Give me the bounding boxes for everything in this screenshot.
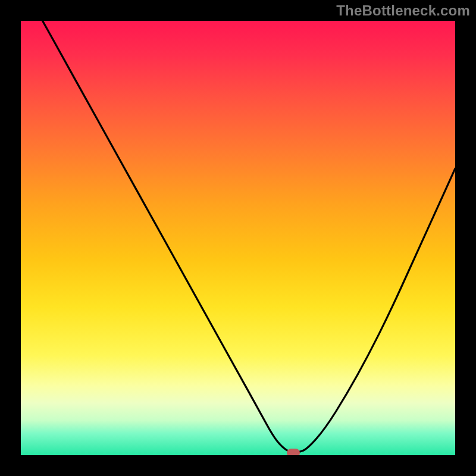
optimum-marker (287, 449, 300, 455)
chart-frame: TheBottleneck.com (0, 0, 476, 476)
plot-area (21, 21, 455, 455)
watermark-text: TheBottleneck.com (336, 2, 470, 19)
bottleneck-curve (21, 21, 455, 455)
